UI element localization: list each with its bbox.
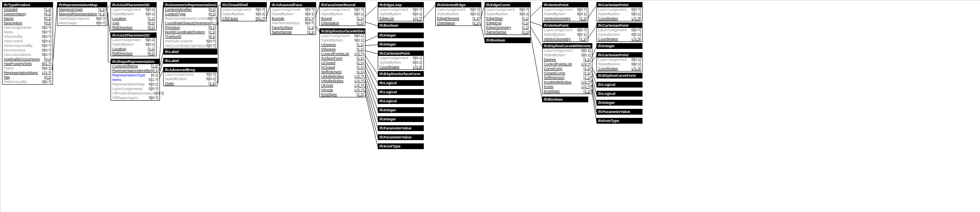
attr-CurveForm[interactable]: CurveForm[1:1] (543, 67, 592, 71)
attr-Axis[interactable]: Axis[0:1] (111, 21, 156, 25)
attr-EdgeGeometry[interactable]: EdgeGeometry[1:1] (485, 25, 530, 30)
attr-UDegree[interactable]: UDegree[1:1] (320, 43, 365, 47)
attr-KnotMultiplicities[interactable]: KnotMultiplicitiesL[2:?] (543, 80, 592, 85)
attr-GlobalId[interactable]: GlobalId[1:1] (2, 7, 53, 12)
attr-SurfaceForm[interactable]: SurfaceForm[1:1] (320, 56, 365, 61)
entity-header: IfcBSplineCurveWithKnots (543, 44, 592, 48)
attr-Degree[interactable]: Degree[1:1] (543, 58, 592, 62)
attr-SameSense[interactable]: SameSense[1:1] (485, 30, 530, 35)
attr-name: ContextType (165, 12, 186, 16)
attr-card: S[0:?] (148, 87, 158, 91)
attr-KnotSpec[interactable]: KnotSpec[1:1] (320, 92, 365, 97)
attr-RepresentationType[interactable]: RepresentationType[0:1] (111, 73, 159, 78)
attr-EdgeList[interactable]: EdgeListL[1:?] (378, 16, 423, 21)
attr-ApplicableOccurrence[interactable]: ApplicableOccurrence[0:1] (2, 57, 53, 62)
attr-Coordinates[interactable]: CoordinatesL[1:3] (597, 67, 642, 71)
attr-ClosedCurve[interactable]: ClosedCurve[1:1] (543, 71, 592, 76)
attr-card: S[0:?] (42, 53, 51, 57)
attr-FaceSurface[interactable]: FaceSurface[1:1] (270, 25, 316, 30)
attr-IsDecomposedBy: IsDecomposedByS[0:?] (2, 44, 53, 48)
attr-RepresentationMaps[interactable]: RepresentationMapsL[1:?] (2, 71, 53, 75)
attr-ContextIdentifier[interactable]: ContextIdentifier[0:1] (164, 7, 217, 12)
attr-EdgeEnd[interactable]: EdgeEnd[1:1] (485, 21, 530, 25)
attr-Description[interactable]: Description[0:1] (2, 21, 53, 25)
attr-SelfIntersect[interactable]: SelfIntersect[1:1] (320, 70, 365, 74)
attr-name: StyledByItem (272, 12, 294, 16)
attr-OwnerHistory[interactable]: OwnerHistory[0:1] (2, 12, 53, 16)
attr-card: S[0:?] (412, 7, 422, 12)
attr-Location[interactable]: Location[1:1] (111, 16, 156, 21)
attr-VertexGeometry[interactable]: VertexGeometry[1:1] (543, 37, 588, 41)
attr-LayerAssignment: LayerAssignmentS[0:?] (597, 28, 642, 32)
attr-name: HasCoordinateOperation (165, 44, 206, 48)
attr-Bounds[interactable]: BoundsS[1:?] (270, 16, 316, 21)
attr-CoordinateSpaceDimension[interactable]: CoordinateSpaceDimension[1:1] (164, 21, 217, 25)
attr-name: Types (4, 66, 14, 71)
attr-Coordinates[interactable]: CoordinatesL[1:3] (378, 65, 423, 69)
attr-name: LayerAssignment (544, 7, 573, 12)
attr-Coordinates[interactable]: CoordinatesL[1:3] (597, 16, 642, 21)
attr-EdgeElement[interactable]: EdgeElement[1:1] (436, 16, 481, 21)
attr-name: Tag (4, 75, 10, 80)
attr-Items[interactable]: ItemsS[1:?] (111, 78, 159, 82)
attr-MappedRepresentation[interactable]: MappedRepresentation[1:1] (58, 12, 107, 16)
attr-Orientation[interactable]: Orientation[1:1] (436, 21, 481, 25)
attr-RepresentationIdentifier[interactable]: RepresentationIdentifier[0:1] (111, 69, 159, 73)
entity-header: IfcLabel (164, 49, 217, 54)
attr-Precision[interactable]: Precision[0:1] (164, 25, 217, 30)
attr-Knots[interactable]: KnotsL[2:?] (543, 85, 592, 89)
attr-name: RepresentationsInContext (165, 16, 208, 21)
attr-name: Coordinates (598, 37, 618, 41)
attr-Name[interactable]: Name[0:1] (2, 16, 53, 21)
attr-Orientation[interactable]: Orientation[1:1] (320, 21, 365, 25)
attr-WorldCoordinateSystem[interactable]: WorldCoordinateSystem[1:1] (164, 30, 217, 35)
attr-card: S[0:1] (412, 12, 422, 16)
attr-card: L[1:3] (631, 37, 641, 41)
attr-card: S[0:1] (145, 12, 155, 16)
entity-IfcKnotType: IfcKnotType (378, 143, 424, 149)
attr-UKnots[interactable]: UKnotsL[2:?] (320, 83, 365, 88)
attr-ContextType[interactable]: ContextType[0:1] (164, 12, 217, 16)
attr-Bound[interactable]: Bound[1:1] (320, 16, 365, 21)
attr-name: VClosed (321, 65, 335, 70)
attr-IsNestedBy: IsNestedByS[0:?] (2, 35, 53, 39)
attr-card: S[0:1] (145, 7, 155, 12)
attr-LayerAssignment: LayerAssignmentS[0:1] (378, 56, 423, 60)
attr-card: L[1:3] (631, 67, 641, 71)
attr-CfsFaces[interactable]: CfsFacesS[1:?] (221, 16, 266, 21)
entity-header: IfcEdgeLoop (378, 2, 423, 7)
attr-name: VKnots (321, 88, 333, 92)
attr-StyledByItem: StyledByItemS[0:1] (164, 77, 217, 81)
attr-card: [0:1] (148, 25, 155, 30)
attr-KnotSpec[interactable]: KnotSpec[1:1] (543, 89, 592, 94)
attr-RefDirection[interactable]: RefDirection[0:1] (111, 25, 156, 30)
attr-MappingOrigin[interactable]: MappingOrigin[1:1] (58, 7, 107, 12)
attr-ContextOfItems[interactable]: ContextOfItems[1:1] (111, 64, 159, 69)
attr-VMultiplicities[interactable]: VMultiplicitiesL[2:?] (320, 79, 365, 83)
attr-UClosed[interactable]: UClosed[1:1] (320, 61, 365, 65)
attr-Tag[interactable]: Tag[0:1] (2, 75, 53, 80)
attr-VKnots[interactable]: VKnotsL[2:?] (320, 88, 365, 92)
attr-Coordinates[interactable]: CoordinatesL[1:3] (597, 37, 642, 41)
attr-ControlPointsList[interactable]: ControlPointsListL[2:?] (543, 62, 592, 67)
attr-HasShapeAspects: HasShapeAspectsS[0:?] (58, 16, 107, 21)
attr-ControlPointsList[interactable]: ControlPointsListL[2:?] (320, 52, 365, 56)
attr-VDegree[interactable]: VDegree[1:1] (320, 47, 365, 52)
attr-VertexGeometry[interactable]: VertexGeometry[1:1] (543, 16, 588, 21)
attr-card: S[0:1] (631, 58, 641, 62)
attr-RefDirection[interactable]: RefDirection[0:1] (111, 51, 156, 56)
attr-Decomposes: DecomposesS[0:?] (2, 48, 53, 53)
attr-SelfIntersect[interactable]: SelfIntersect[1:1] (543, 76, 592, 80)
attr-name: Bound (321, 16, 332, 21)
attr-UMultiplicities[interactable]: UMultiplicitiesL[2:?] (320, 74, 365, 79)
attr-HasPropertySets[interactable]: HasPropertySetsS[1:?] (2, 62, 53, 66)
attr-Location[interactable]: Location[1:1] (111, 47, 156, 51)
attr-StyledByItem: StyledByItemS[0:1] (270, 12, 316, 16)
attr-TrueNorth[interactable]: TrueNorth[0:1] (164, 35, 217, 39)
attr-SameSense[interactable]: SameSense[1:1] (270, 30, 316, 35)
attr-VClosed[interactable]: VClosed[1:1] (320, 65, 365, 70)
attr-card: [0:1] (44, 12, 51, 16)
attr-Outer[interactable]: Outer[1:1] (164, 81, 217, 86)
attr-EdgeStart[interactable]: EdgeStart[1:1] (485, 16, 530, 21)
attr-name: StyledByItem (222, 12, 244, 16)
